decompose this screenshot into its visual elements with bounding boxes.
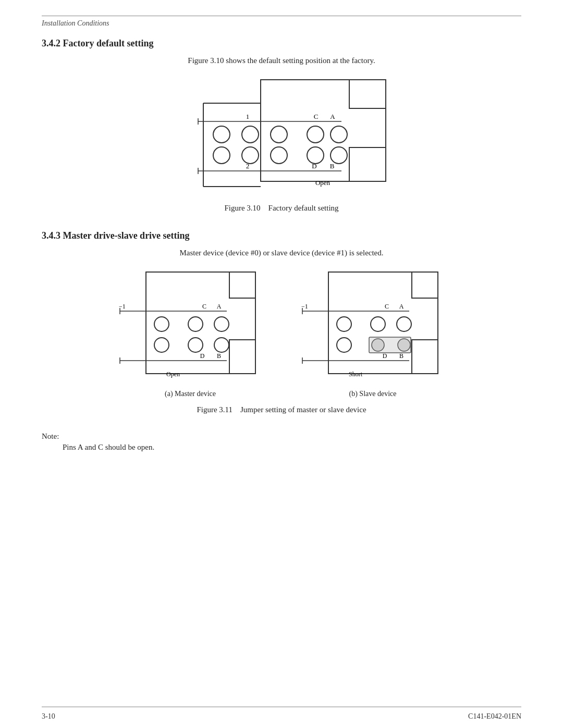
svg-rect-2: [349, 147, 386, 181]
figure-310-caption: Figure 3.10 Factory default setting: [224, 204, 338, 213]
svg-point-18: [331, 147, 347, 164]
svg-point-14: [213, 147, 230, 164]
svg-point-17: [307, 147, 324, 164]
svg-text:B: B: [217, 352, 221, 360]
footer-line: [42, 707, 521, 707]
svg-text:A: A: [330, 113, 335, 120]
header-text: Installation Conditions: [42, 19, 521, 28]
svg-text:C: C: [314, 113, 319, 120]
svg-rect-30: [229, 272, 255, 298]
figure-310-svg: 1 C A: [167, 75, 396, 200]
svg-point-43: [214, 338, 229, 352]
figure-311b-label: (b) Slave device: [349, 390, 397, 398]
page-container: Installation Conditions 3.4.2 Factory de…: [0, 0, 563, 483]
svg-point-11: [271, 126, 287, 143]
svg-text:C: C: [385, 303, 389, 310]
figure-311b: −1 C A: [297, 267, 448, 398]
figures-row: −1 C A: [115, 267, 448, 398]
figure-311-container: −1 C A: [42, 267, 521, 427]
svg-point-38: [154, 317, 169, 331]
svg-point-13: [331, 126, 347, 143]
svg-point-60: [371, 317, 385, 331]
svg-point-62: [337, 338, 351, 352]
section-343-heading: 3.4.3 Master drive-slave drive setting: [42, 230, 521, 241]
footer-right: C141-E042-01EN: [468, 712, 521, 721]
svg-rect-52: [412, 340, 438, 374]
svg-text:C: C: [202, 303, 206, 310]
figure-311-caption: Figure 3.11 Jumper setting of master or …: [197, 405, 366, 414]
svg-point-41: [154, 338, 169, 352]
figure-311a-label: (a) Master device: [165, 390, 216, 398]
figure-311a-svg: −1 C A: [115, 267, 266, 387]
svg-point-10: [242, 126, 259, 143]
section-343-intro: Master device (device #0) or slave devic…: [42, 249, 521, 257]
svg-text:D: D: [383, 352, 387, 360]
svg-text:A: A: [399, 303, 404, 310]
svg-point-40: [214, 317, 229, 331]
svg-text:−1: −1: [119, 303, 126, 310]
svg-text:D: D: [312, 162, 316, 170]
figure-311a: −1 C A: [115, 267, 266, 398]
note-label: Note:: [42, 432, 521, 441]
svg-point-42: [188, 338, 203, 352]
svg-point-15: [242, 147, 259, 164]
svg-rect-31: [229, 340, 255, 374]
svg-text:B: B: [330, 162, 335, 170]
note-text: Pins A and C should be open.: [63, 443, 521, 452]
svg-point-39: [188, 317, 203, 331]
svg-text:Open: Open: [166, 371, 180, 378]
svg-point-16: [271, 147, 287, 164]
svg-rect-1: [349, 80, 386, 108]
svg-point-12: [307, 126, 324, 143]
svg-text:2: 2: [246, 162, 250, 170]
svg-point-64: [372, 339, 384, 351]
section-342-heading: 3.4.2 Factory default setting: [42, 38, 521, 49]
svg-text:1: 1: [246, 113, 250, 120]
svg-point-65: [398, 339, 410, 351]
svg-text:Short: Short: [349, 371, 363, 378]
svg-point-59: [337, 317, 351, 331]
figure-311b-svg: −1 C A: [297, 267, 448, 387]
svg-text:−1: −1: [301, 303, 308, 310]
figure-310-container: 1 C A: [42, 75, 521, 225]
svg-text:D: D: [200, 352, 205, 360]
svg-rect-51: [412, 272, 438, 298]
footer-left: 3-10: [42, 712, 55, 721]
header-line: [42, 16, 521, 16]
section-342-intro: Figure 3.10 shows the default setting po…: [42, 56, 521, 65]
footer-content: 3-10 C141-E042-01EN: [42, 712, 521, 721]
svg-text:A: A: [217, 303, 222, 310]
svg-point-9: [213, 126, 230, 143]
svg-text:B: B: [399, 352, 403, 360]
svg-point-61: [397, 317, 411, 331]
svg-text:Open: Open: [315, 179, 331, 187]
